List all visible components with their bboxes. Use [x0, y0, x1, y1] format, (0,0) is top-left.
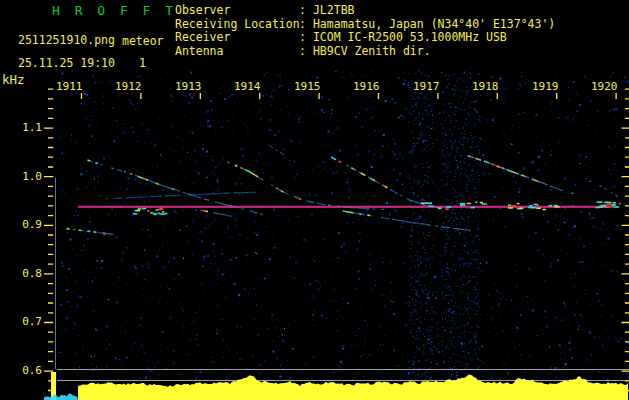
info-value: JL2TBB [313, 3, 355, 17]
info-value: Hamamatsu, Japan (N34°40' E137°43') [313, 17, 555, 31]
hrofft-spectrogram-screen: H R O F F T 2511251910.png meteor 25.11.… [0, 0, 629, 400]
y-tick-label: 0.9 [12, 218, 42, 231]
y-tick-label: 1.0 [12, 170, 42, 183]
info-label: Receiving Location [175, 18, 299, 32]
x-tick-label: 1915 [294, 80, 321, 93]
capture-filename: 2511251910.png [18, 33, 115, 47]
x-tick-label: 1913 [175, 80, 202, 93]
info-value: HB9CV Zenith dir. [313, 44, 431, 58]
x-tick-label: 1914 [234, 80, 261, 93]
x-tick-label: 1917 [413, 80, 440, 93]
y-tick-label: 1.1 [12, 121, 42, 134]
y-tick-label: 0.7 [12, 315, 42, 328]
info-row-receiver: Receiver:ICOM IC-R2500 53.1000MHz USB [175, 31, 555, 45]
app-title: H R O F F T [52, 3, 177, 18]
y-axis-unit-label: kHz [2, 72, 25, 87]
station-info-block: Observer:JL2TBB Receiving Location:Hamam… [175, 4, 555, 58]
y-tick-label: 0.6 [12, 364, 42, 377]
y-tick-label: 0.8 [12, 267, 42, 280]
info-label: Receiver [175, 31, 299, 45]
info-value: ICOM IC-R2500 53.1000MHz USB [313, 30, 507, 44]
info-row-antenna: Antenna:HB9CV Zenith dir. [175, 45, 555, 59]
x-tick-label: 1916 [353, 80, 380, 93]
info-colon: : [299, 17, 306, 31]
x-tick-label: 1919 [532, 80, 559, 93]
sequence-number: 1 [139, 56, 146, 70]
info-colon: : [299, 30, 306, 44]
x-tick-label: 1920 [591, 80, 618, 93]
x-tick-label: 1912 [115, 80, 142, 93]
info-label: Observer [175, 4, 299, 18]
capture-datetime: 25.11.25 19:10 [18, 56, 115, 70]
info-label: Antenna [175, 45, 299, 59]
x-tick-label: 1911 [56, 80, 83, 93]
info-row-location: Receiving Location:Hamamatsu, Japan (N34… [175, 18, 555, 32]
info-colon: : [299, 3, 306, 17]
info-colon: : [299, 44, 306, 58]
x-tick-label: 1918 [472, 80, 499, 93]
info-row-observer: Observer:JL2TBB [175, 4, 555, 18]
mode-label: meteor [122, 34, 164, 48]
